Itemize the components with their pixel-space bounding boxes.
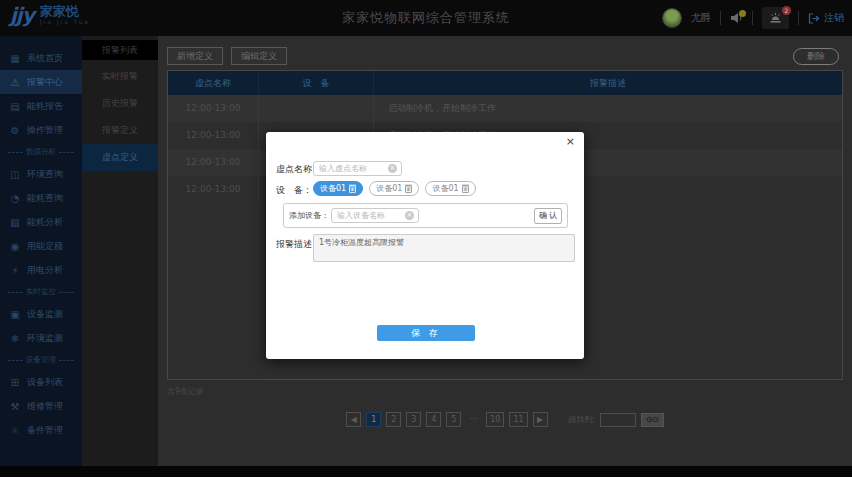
trash-icon[interactable]: [405, 184, 412, 193]
point-name-field: ×: [313, 161, 402, 176]
device-chip[interactable]: 设备01: [425, 181, 475, 196]
device-chip-label: 设备01: [376, 183, 402, 194]
clear-input-icon[interactable]: ×: [388, 164, 397, 173]
close-icon[interactable]: ×: [566, 136, 575, 147]
clear-input-icon[interactable]: ×: [405, 211, 414, 220]
add-device-label: 添加设备：: [289, 210, 329, 221]
device-chips: 设备01 设备01 设备01: [313, 181, 476, 196]
device-chip[interactable]: 设备01: [369, 181, 419, 196]
trash-icon[interactable]: [349, 184, 356, 193]
add-device-field: ×: [331, 208, 419, 223]
alarm-desc-textarea[interactable]: 1号冷柜温度超高限报警: [313, 234, 575, 262]
confirm-add-device-button[interactable]: 确 认: [534, 208, 562, 224]
save-button[interactable]: 保 存: [377, 325, 475, 341]
device-chip-label: 设备01: [320, 183, 346, 194]
edit-point-dialog: × 虚点名称： × 设 备： 设备01 设备01 设备01 添加设备：: [266, 132, 584, 359]
alarm-desc-field: 1号冷柜温度超高限报警: [313, 234, 575, 262]
trash-icon[interactable]: [462, 184, 469, 193]
device-chip-label: 设备01: [432, 183, 458, 194]
device-chip[interactable]: 设备01: [313, 181, 363, 196]
device-label: 设 备：: [276, 184, 312, 197]
add-device-group: 添加设备： × 确 认: [283, 203, 568, 228]
